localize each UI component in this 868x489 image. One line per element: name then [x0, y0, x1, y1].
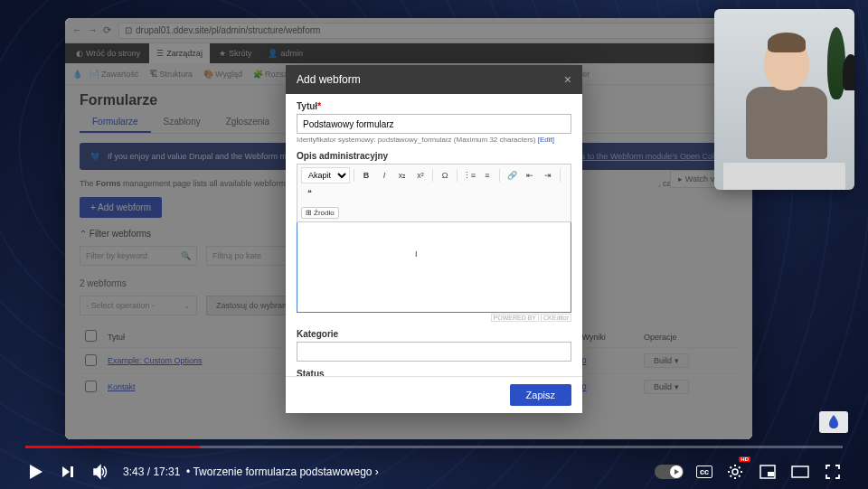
- subscript-icon[interactable]: x₂: [394, 167, 410, 183]
- admin-desc-textarea[interactable]: I: [297, 222, 571, 313]
- browser-window: ← → ⟳ ⊡ drupal01.ddev.site/pl/admin/stru…: [65, 18, 752, 439]
- modal-header: Add webform ×: [286, 65, 582, 94]
- svg-point-1: [732, 469, 738, 475]
- microphone: [843, 54, 854, 90]
- next-icon[interactable]: [58, 462, 78, 482]
- ckeditor-toolbar: Akapit B I x₂ x² Ω ⋮≡ ≡ 🔗 ⇤: [297, 164, 571, 204]
- chapter-title[interactable]: Tworzenie formularza podstawowego: [193, 465, 372, 478]
- edit-machine-name[interactable]: [Edit]: [538, 136, 554, 144]
- bold-icon[interactable]: B: [358, 167, 374, 183]
- machine-name-hint: Identyfikator systemowy: podstawowy_form…: [297, 136, 571, 144]
- time-display: 3:43 / 17:31 • Tworzenie formularza pods…: [123, 465, 379, 478]
- autoplay-toggle[interactable]: [655, 465, 684, 479]
- bullet-list-icon[interactable]: ⋮≡: [461, 167, 477, 183]
- title-input[interactable]: [297, 114, 571, 134]
- svg-rect-3: [768, 472, 774, 476]
- volume-icon[interactable]: [90, 462, 110, 482]
- channel-watermark[interactable]: [817, 404, 850, 435]
- add-webform-modal: Add webform × Tytuł Identyfikator system…: [286, 65, 582, 413]
- save-button[interactable]: Zapisz: [510, 384, 571, 406]
- superscript-icon[interactable]: x²: [412, 167, 429, 183]
- miniplayer-icon[interactable]: [758, 462, 778, 482]
- source-button[interactable]: ⊞ Źródło: [301, 207, 339, 219]
- svg-rect-4: [792, 466, 808, 477]
- category-label: Kategorie: [297, 329, 571, 339]
- outdent-icon[interactable]: ⇤: [522, 167, 538, 183]
- format-select[interactable]: Akapit: [301, 167, 350, 183]
- close-icon[interactable]: ×: [564, 72, 571, 87]
- text-cursor-icon: I: [415, 249, 418, 259]
- laptop: [723, 163, 845, 190]
- title-label: Tytuł: [297, 101, 571, 111]
- category-input[interactable]: [297, 342, 571, 362]
- special-char-icon[interactable]: Ω: [437, 167, 453, 183]
- modal-overlay: Add webform × Tytuł Identyfikator system…: [65, 18, 752, 439]
- link-icon[interactable]: 🔗: [504, 167, 520, 183]
- admin-desc-label: Opis administracyjny: [297, 151, 571, 161]
- modal-title: Add webform: [297, 73, 361, 86]
- number-list-icon[interactable]: ≡: [479, 167, 495, 183]
- theater-icon[interactable]: [790, 462, 810, 482]
- hd-badge: HD: [739, 456, 750, 462]
- ckeditor-footer: POWERED BYCKEditor: [297, 314, 571, 322]
- play-icon[interactable]: [25, 462, 45, 482]
- captions-button[interactable]: cc: [696, 465, 712, 478]
- chevron-right-icon[interactable]: ›: [375, 465, 379, 478]
- youtube-player-bar: 3:43 / 17:31 • Tworzenie formularza pods…: [0, 446, 868, 489]
- progress-bar[interactable]: [25, 446, 843, 448]
- presenter-camera: [714, 9, 854, 190]
- status-label: Status: [297, 369, 571, 376]
- settings-icon[interactable]: HD: [725, 462, 745, 482]
- blockquote-icon[interactable]: ❝: [301, 185, 317, 202]
- indent-icon[interactable]: ⇥: [540, 167, 556, 183]
- italic-icon[interactable]: I: [376, 167, 392, 183]
- fullscreen-icon[interactable]: [823, 462, 843, 482]
